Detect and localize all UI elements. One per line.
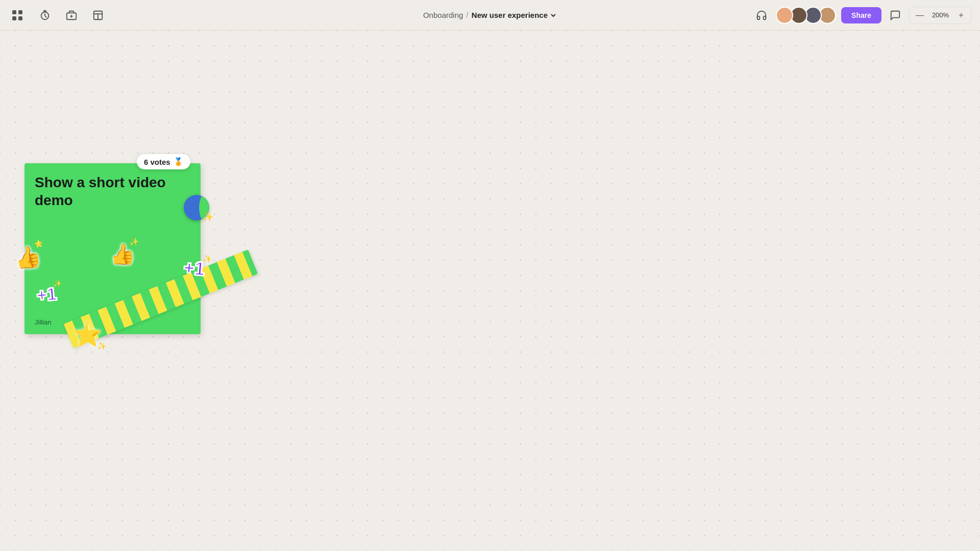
sparkle-small-1: ✨ bbox=[203, 254, 212, 263]
zoom-out-button[interactable]: — bbox=[914, 9, 926, 21]
layout-icon[interactable] bbox=[90, 7, 106, 23]
breadcrumb: Onboarding / New user experience bbox=[423, 11, 557, 20]
tag-icon[interactable] bbox=[63, 7, 80, 23]
sticky-note-text: Show a short video demo bbox=[35, 173, 190, 209]
blue-circle-sticker: ✨ bbox=[184, 195, 209, 220]
plus-one-sticker-1: +1 ✨ bbox=[183, 257, 206, 280]
headphone-icon[interactable] bbox=[752, 6, 771, 24]
medal-emoji: 🏅 bbox=[174, 157, 183, 166]
thumbs-up-sticker: 👍 ✨ bbox=[109, 241, 136, 267]
timer-icon[interactable] bbox=[37, 7, 53, 23]
zoom-value[interactable]: 200% bbox=[929, 11, 952, 19]
thumbs-up-green-sticker: 👍 ⭐ bbox=[12, 243, 43, 272]
votes-text: 6 votes bbox=[144, 158, 170, 166]
sparkle-small-2: ✨ bbox=[53, 279, 62, 287]
sticky-note-author: Jillian bbox=[35, 318, 52, 326]
star-sticker: ⭐ ✨ bbox=[73, 320, 102, 348]
breadcrumb-parent[interactable]: Onboarding bbox=[423, 11, 463, 19]
svg-rect-3 bbox=[18, 16, 22, 20]
zoom-in-button[interactable]: + bbox=[955, 9, 967, 21]
votes-badge: 6 votes 🏅 bbox=[137, 154, 190, 169]
chat-icon[interactable] bbox=[887, 7, 904, 24]
star-sparkle-1: ⭐ bbox=[33, 239, 43, 249]
star-sparkle-2: ✨ bbox=[129, 237, 139, 247]
plus-one-sticker-2: +1 ✨ bbox=[36, 284, 57, 305]
avatar-1[interactable] bbox=[776, 7, 793, 24]
breadcrumb-current[interactable]: New user experience bbox=[472, 11, 557, 19]
toolbar-left bbox=[8, 6, 106, 24]
logo-icon[interactable] bbox=[8, 6, 27, 24]
share-button[interactable]: Share bbox=[841, 7, 881, 23]
sparkle-icon: ✨ bbox=[202, 211, 213, 222]
svg-rect-0 bbox=[12, 10, 16, 14]
avatar-group bbox=[776, 7, 836, 24]
toolbar-right: Share — 200% + bbox=[752, 6, 972, 24]
toolbar: Onboarding / New user experience Shar bbox=[0, 0, 980, 31]
svg-rect-1 bbox=[18, 10, 22, 14]
svg-rect-2 bbox=[12, 16, 16, 20]
breadcrumb-separator: / bbox=[466, 11, 468, 20]
zoom-control: — 200% + bbox=[909, 7, 972, 24]
canvas[interactable]: 6 votes 🏅 Show a short video demo Jillia… bbox=[0, 31, 980, 551]
star-sparkle-3: ✨ bbox=[97, 342, 106, 350]
